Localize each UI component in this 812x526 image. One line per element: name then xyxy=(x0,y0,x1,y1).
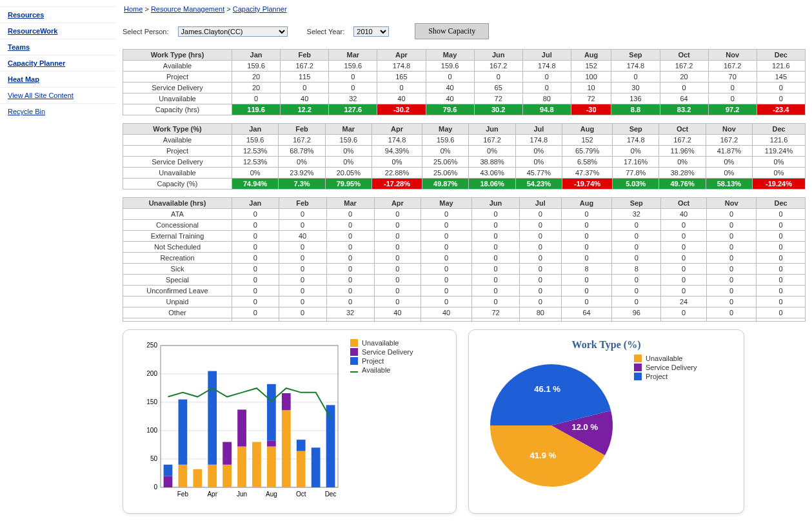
sidebar: ResourcesResourceWorkTeamsCapacity Plann… xyxy=(0,0,116,520)
table-1: Work Type (%)JanFebMarAprMayJunJulAugSep… xyxy=(123,123,806,190)
svg-rect-22 xyxy=(223,465,232,487)
svg-rect-15 xyxy=(179,465,188,487)
svg-rect-23 xyxy=(223,442,232,465)
svg-rect-28 xyxy=(267,447,276,487)
show-capacity-button[interactable]: Show Capacity xyxy=(415,23,489,39)
svg-rect-25 xyxy=(237,409,246,446)
table-0: Work Type (hrs)JanFebMarAprMayJunJulAugS… xyxy=(123,49,806,115)
year-select[interactable]: 2010 xyxy=(353,26,389,37)
svg-rect-13 xyxy=(164,476,173,487)
svg-text:Feb: Feb xyxy=(177,491,189,498)
svg-text:Jun: Jun xyxy=(237,491,247,498)
svg-rect-33 xyxy=(282,393,291,410)
svg-rect-27 xyxy=(252,442,261,487)
sidebar-item-6[interactable]: Recycle Bin xyxy=(0,103,116,119)
legend-item: Project xyxy=(634,373,697,380)
svg-rect-24 xyxy=(237,447,246,487)
pie-chart: Work Type (%) 41.9 %12.0 %46.1 % Unavail… xyxy=(468,329,744,514)
table-2: Unavailable (hrs)JanFebMarAprMayJunJulAu… xyxy=(123,197,806,322)
svg-text:50: 50 xyxy=(150,455,158,462)
svg-rect-18 xyxy=(193,469,202,487)
breadcrumb: Home > Resource Management > Capacity Pl… xyxy=(123,0,806,18)
svg-text:Aug: Aug xyxy=(266,491,277,498)
svg-rect-37 xyxy=(312,447,321,487)
person-select[interactable]: James.Clayton(CC) xyxy=(178,26,288,37)
svg-rect-35 xyxy=(297,440,306,451)
legend-item: Unavailable xyxy=(634,355,697,362)
legend-item: Service Delivery xyxy=(350,348,413,356)
svg-text:250: 250 xyxy=(146,342,157,349)
svg-text:200: 200 xyxy=(146,370,157,377)
legend-item: Project xyxy=(350,357,413,365)
legend-item: Service Delivery xyxy=(634,364,697,371)
svg-text:41.9 %: 41.9 % xyxy=(530,451,557,460)
svg-rect-34 xyxy=(297,451,306,487)
sidebar-item-4[interactable]: Heat Map xyxy=(0,71,116,87)
svg-rect-29 xyxy=(267,441,276,447)
crumb-2[interactable]: Capacity Planner xyxy=(233,5,287,13)
svg-rect-30 xyxy=(267,384,276,441)
svg-rect-14 xyxy=(164,465,173,476)
svg-text:100: 100 xyxy=(146,427,157,434)
person-label: Select Person: xyxy=(123,28,169,35)
svg-text:Apr: Apr xyxy=(207,491,217,498)
bar-chart: 050100150200250FebAprJunAugOctDec Unavai… xyxy=(123,329,457,514)
svg-text:150: 150 xyxy=(146,398,157,405)
legend-item: Unavailable xyxy=(350,339,413,347)
crumb-1[interactable]: Resource Management xyxy=(151,5,224,13)
sidebar-item-2[interactable]: Teams xyxy=(0,39,116,55)
svg-rect-19 xyxy=(208,465,217,487)
sidebar-item-1[interactable]: ResourceWork xyxy=(0,23,116,39)
legend-item: Available xyxy=(350,366,413,374)
sidebar-item-5[interactable]: View All Site Content xyxy=(0,87,116,103)
svg-text:0: 0 xyxy=(153,483,157,491)
svg-rect-32 xyxy=(282,410,291,487)
sidebar-item-0[interactable]: Resources xyxy=(0,6,116,23)
sidebar-item-3[interactable]: Capacity Planner xyxy=(0,55,116,71)
svg-text:46.1 %: 46.1 % xyxy=(534,384,560,394)
svg-text:Oct: Oct xyxy=(296,491,306,498)
year-label: Select Year: xyxy=(307,28,345,35)
svg-text:12.0 %: 12.0 % xyxy=(572,422,599,432)
filter-bar: Select Person: James.Clayton(CC) Select … xyxy=(123,23,806,39)
svg-rect-20 xyxy=(208,371,217,465)
crumb-0[interactable]: Home xyxy=(124,5,143,13)
svg-text:Dec: Dec xyxy=(325,491,337,498)
svg-rect-16 xyxy=(179,400,188,465)
